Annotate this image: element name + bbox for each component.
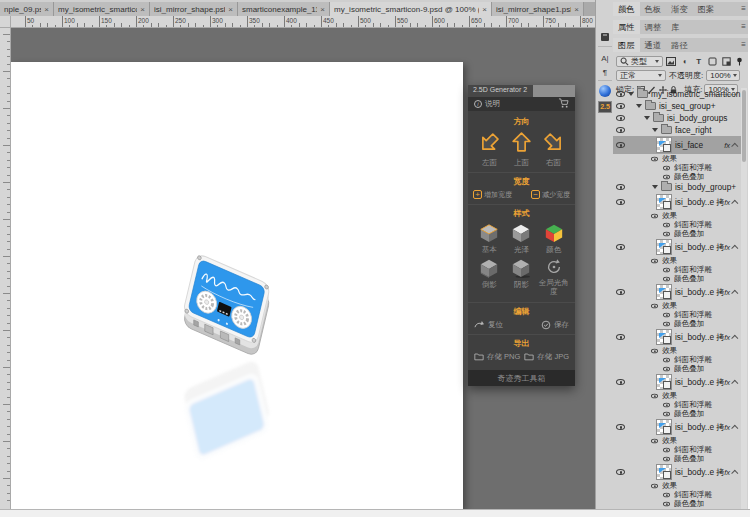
twirl-down-icon[interactable]: [636, 104, 642, 108]
layer-group-row[interactable]: isi_body_group+: [613, 181, 741, 193]
eye-icon[interactable]: [651, 156, 658, 161]
layer-thumbnail[interactable]: [656, 137, 672, 153]
layer-thumbnail[interactable]: [656, 419, 672, 435]
right-face-button[interactable]: 右面: [538, 130, 569, 168]
filter-type-layers-icon[interactable]: T: [693, 57, 704, 67]
increase-width-button[interactable]: + 增加宽度: [473, 190, 512, 200]
panel-tab-颜色[interactable]: 颜色: [613, 2, 640, 16]
tab-close-icon[interactable]: ×: [140, 5, 145, 14]
panel-tab-调整[interactable]: 调整: [640, 20, 667, 34]
collapse-chevron-icon[interactable]: [731, 244, 738, 251]
eye-icon[interactable]: [651, 393, 658, 398]
eye-icon[interactable]: [651, 303, 658, 308]
effect-row[interactable]: 颜色叠加: [613, 454, 741, 463]
generator-plugin-icon[interactable]: 2.5: [598, 100, 612, 113]
eye-icon[interactable]: [616, 184, 625, 190]
eye-icon[interactable]: [616, 91, 625, 97]
panel-tab-库[interactable]: 库: [666, 20, 684, 34]
eye-icon[interactable]: [663, 357, 670, 362]
paragraph-panel-icon[interactable]: ¶: [598, 66, 612, 79]
twirl-down-icon[interactable]: [652, 128, 658, 132]
decrease-width-button[interactable]: − 减少宽度: [531, 190, 570, 200]
panel-tab-图层[interactable]: 图层: [613, 38, 640, 52]
canvas-page[interactable]: [11, 62, 463, 509]
eye-icon[interactable]: [663, 321, 670, 326]
tab-close-icon[interactable]: ×: [320, 5, 325, 14]
filter-shape-layers-icon[interactable]: [707, 57, 718, 67]
filter-pin-icon[interactable]: [734, 57, 745, 67]
collapse-chevron-icon[interactable]: [731, 142, 738, 149]
effect-row[interactable]: 颜色叠加: [613, 364, 741, 373]
filter-adjustment-layers-icon[interactable]: ◐: [680, 57, 691, 67]
panel-menu-icon[interactable]: ≡: [741, 23, 746, 31]
eye-icon[interactable]: [651, 258, 658, 263]
save-jpg-button[interactable]: 存储 JPG: [524, 352, 569, 362]
left-face-button[interactable]: 左面: [474, 130, 505, 168]
layer-thumbnail[interactable]: [656, 284, 672, 300]
document-tab[interactable]: nple_09.psd @...×: [0, 2, 54, 16]
panel-tab-色板[interactable]: 色板: [640, 2, 667, 16]
panel-tab-通道[interactable]: 通道: [640, 38, 667, 52]
collapse-chevron-icon[interactable]: [731, 199, 738, 206]
eye-icon[interactable]: [651, 213, 658, 218]
collapse-chevron-icon[interactable]: [731, 289, 738, 296]
style-reflection-button[interactable]: 倒影: [473, 258, 505, 296]
layer-thumbnail[interactable]: [656, 239, 672, 255]
eye-icon[interactable]: [663, 366, 670, 371]
eye-icon[interactable]: [651, 438, 658, 443]
effect-row[interactable]: 颜色叠加: [613, 499, 741, 508]
eye-icon[interactable]: [663, 411, 670, 416]
layer-thumbnail[interactable]: [656, 194, 672, 210]
tab-close-icon[interactable]: ×: [44, 5, 49, 14]
effect-row[interactable]: 颜色叠加: [613, 274, 741, 283]
layer-row[interactable]: isi_facefx: [613, 136, 741, 154]
layer-row[interactable]: isi_body..e 拷贝 24fx: [613, 238, 741, 256]
eye-icon[interactable]: [616, 424, 625, 430]
eye-icon[interactable]: [663, 276, 670, 281]
layer-row[interactable]: isi_body..e 拷贝 19fx: [613, 463, 741, 481]
eye-icon[interactable]: [663, 492, 670, 497]
panel-menu-icon[interactable]: ≡: [741, 41, 746, 49]
library-panel-icon[interactable]: [598, 30, 612, 43]
collapse-chevron-icon[interactable]: [731, 424, 738, 431]
document-tab[interactable]: my_isometric_smarticon-9.psd @ 100% (isi…: [330, 2, 492, 16]
eye-icon[interactable]: [663, 174, 670, 179]
eye-icon[interactable]: [616, 115, 625, 121]
help-button[interactable]: i 说明: [474, 99, 500, 109]
twirl-down-icon[interactable]: [628, 92, 634, 96]
eye-icon[interactable]: [663, 312, 670, 317]
layer-thumbnail[interactable]: [656, 464, 672, 480]
save-png-button[interactable]: 存储 PNG: [474, 352, 520, 362]
eye-icon[interactable]: [651, 483, 658, 488]
effect-row[interactable]: 颜色叠加: [613, 172, 741, 181]
eye-icon[interactable]: [616, 289, 625, 295]
toolbox-footer[interactable]: 奇迹秀工具箱: [468, 370, 575, 386]
eye-icon[interactable]: [616, 142, 625, 148]
filter-smart-object-icon[interactable]: [721, 57, 732, 67]
opacity-dropdown[interactable]: 100%: [706, 70, 740, 81]
collapse-chevron-icon[interactable]: [731, 334, 738, 341]
blend-mode-dropdown[interactable]: 正常: [616, 70, 666, 81]
eye-icon[interactable]: [616, 379, 625, 385]
twirl-down-icon[interactable]: [652, 185, 658, 189]
eye-icon[interactable]: [651, 348, 658, 353]
eye-icon[interactable]: [663, 222, 670, 227]
scrollbar-thumb[interactable]: [742, 90, 746, 162]
tab-close-icon[interactable]: ×: [574, 5, 579, 14]
style-color-button[interactable]: 颜色: [538, 223, 570, 255]
layer-row[interactable]: isi_body..e 拷贝 25fx: [613, 193, 741, 211]
document-tab[interactable]: smarticonexample_11.psd @...×: [238, 2, 330, 16]
effect-row[interactable]: 颜色叠加: [613, 319, 741, 328]
style-basic-button[interactable]: 基本: [473, 223, 505, 255]
top-face-button[interactable]: 上面: [506, 130, 537, 168]
tab-close-icon[interactable]: ×: [228, 5, 233, 14]
document-tab[interactable]: my_isometric_smarticon-6.psd×: [54, 2, 150, 16]
layer-row[interactable]: isi_body..e 拷贝 23fx: [613, 283, 741, 301]
panel-tab-图案[interactable]: 图案: [693, 2, 720, 16]
effect-row[interactable]: 颜色叠加: [613, 409, 741, 418]
eye-icon[interactable]: [663, 402, 670, 407]
eye-icon[interactable]: [616, 334, 625, 340]
glyphs-panel-icon[interactable]: A|: [598, 52, 612, 65]
panel-tab-路径[interactable]: 路径: [666, 38, 693, 52]
layer-row[interactable]: isi_body..e 拷贝 22fx: [613, 328, 741, 346]
